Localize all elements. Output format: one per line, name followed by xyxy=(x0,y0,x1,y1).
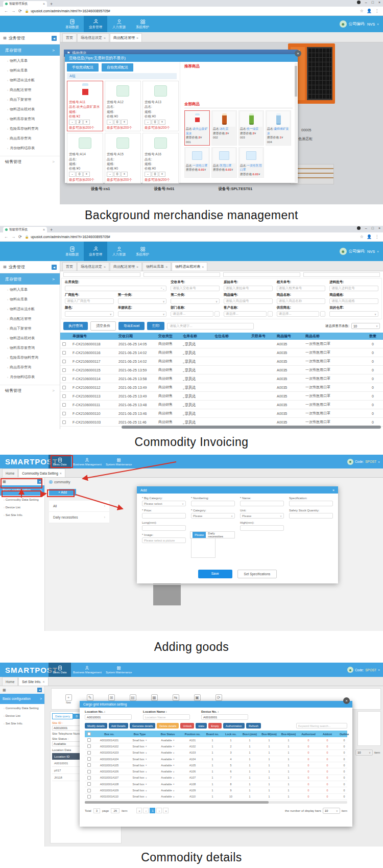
save-button[interactable]: Save xyxy=(198,570,232,578)
tab-close-icon[interactable]: × xyxy=(43,228,45,231)
page-button[interactable]: › xyxy=(156,808,162,813)
tab-close-icon[interactable]: × xyxy=(43,2,45,6)
tab-close-icon[interactable]: × xyxy=(165,265,167,269)
table-row[interactable]: F-CK2106000116 2021-06-25 14:02 商品销售 亚普达… xyxy=(60,348,383,357)
row-checkbox[interactable] xyxy=(87,782,91,786)
box-type-select[interactable]: Small box∨ xyxy=(126,737,154,743)
product-name-input[interactable]: 请输入商品名称 xyxy=(277,298,326,304)
chevron-down-icon[interactable]: ∨ xyxy=(378,668,380,671)
modal-horizontal-scrollbar[interactable] xyxy=(85,801,347,804)
bookmark-star-icon[interactable]: ☆ xyxy=(360,234,364,239)
product-code-input[interactable]: 请输入商品编号 xyxy=(224,298,273,304)
box-status-select[interactable]: Available∨ xyxy=(154,743,182,749)
qty-minus-button[interactable]: - xyxy=(69,120,76,125)
keyword-search-input[interactable]: 请输入关键字... xyxy=(167,323,254,330)
slot-card[interactable]: 货格号:A13 品名: 规格: 价格:¥0 -0+ 最多可添加200个 xyxy=(142,81,179,131)
product-spec-input[interactable]: 请输入商品规格 xyxy=(329,298,378,304)
box-status-select[interactable]: Available∨ xyxy=(154,787,182,793)
qty-plus-button[interactable]: + xyxy=(83,120,90,125)
browser-tab[interactable]: 智能管理系统 × xyxy=(3,1,47,7)
qty-plus-button[interactable]: + xyxy=(159,172,165,177)
grid-table-row[interactable]: A0010001A104 Small box∨ Available∨ A104 … xyxy=(85,756,347,762)
nav-item-business-management[interactable]: 业务管理 xyxy=(84,242,107,261)
row-checkbox[interactable] xyxy=(62,368,66,372)
tab-close-icon[interactable]: × xyxy=(43,680,45,684)
nav-item-system-maintenance[interactable]: System Maintenance xyxy=(104,455,134,468)
sidebar-item[interactable]: ›危险库存物料查询 xyxy=(0,124,60,133)
color-select[interactable]: ∨ xyxy=(65,311,114,317)
safety-stock-input[interactable] xyxy=(289,513,333,519)
tab-home[interactable]: 首页 xyxy=(62,33,77,42)
vendor-batch-input[interactable]: 请输入厂商批号 xyxy=(65,298,114,304)
sidebar-item[interactable]: ›物料出库单 xyxy=(0,294,60,304)
print-button[interactable]: 打印 xyxy=(147,322,164,330)
bookmark-star-icon[interactable]: ☆ xyxy=(360,9,364,13)
row-checkbox[interactable] xyxy=(87,795,91,799)
row-checkbox[interactable] xyxy=(62,386,66,389)
product-card[interactable]: 品名:医用口罩 推荐价格:0.01¥ xyxy=(211,147,237,178)
table-row[interactable]: F-CK2106000110 2021-06-25 13:46 商品销售 亚普达… xyxy=(60,409,383,418)
category-1-select[interactable]: ∨ xyxy=(118,298,167,304)
keyword-filter-input[interactable]: Keyword filtering search... xyxy=(296,723,347,729)
browser-tab[interactable]: 智能管理系统 × xyxy=(3,227,47,232)
page-button[interactable]: « xyxy=(136,808,142,813)
sidebar-item[interactable]: ›商品库存查询 xyxy=(0,362,60,372)
nav-item-business-management[interactable]: Business Management xyxy=(71,663,104,677)
qty-value[interactable]: 0 xyxy=(152,120,158,125)
window-minimize-icon[interactable]: – xyxy=(365,1,367,4)
row-checkbox[interactable] xyxy=(62,342,66,346)
sidebar-section-sales[interactable]: 销售管理> xyxy=(0,385,60,396)
row-checkbox[interactable] xyxy=(62,360,66,363)
sidebar-item[interactable]: ›物料进出流水帐 xyxy=(0,304,60,314)
row-checkbox[interactable] xyxy=(62,377,66,381)
doc-status-select[interactable]: ∨ xyxy=(118,311,167,317)
sidebar-section-inventory[interactable]: 库存管理> xyxy=(0,273,60,285)
row-checkbox[interactable] xyxy=(62,412,66,415)
tab-commodity-data-setting[interactable]: Commodity Data Setting× xyxy=(18,468,65,477)
slot-card[interactable]: 货格号:A16 品名: 规格: 价格:¥0 -0+ 最多可添加200个 xyxy=(142,133,179,183)
dropdown-option[interactable]: Please xyxy=(193,532,206,538)
sidebar-item[interactable]: ›月份物料结存表 xyxy=(0,143,60,153)
modal-scrollbar[interactable] xyxy=(295,63,297,182)
row-checkbox[interactable] xyxy=(62,420,66,424)
modal-action-button[interactable]: Authorization xyxy=(223,723,245,729)
user-avatar[interactable]: ☻ xyxy=(340,248,347,255)
sidebar-item[interactable]: ›Commodity Data Setting xyxy=(0,704,44,712)
tab-close-icon[interactable]: × xyxy=(104,265,106,269)
tab-close-icon[interactable]: × xyxy=(136,36,138,40)
nav-item-business-management[interactable]: 业务管理 xyxy=(84,16,107,32)
product-card[interactable]: 品名:一次性医用口罩 推荐价格:0.01¥ xyxy=(238,147,264,178)
sidebar-root-basic-configuration[interactable]: Basic configuration> xyxy=(0,485,44,496)
forward-icon[interactable]: → xyxy=(11,234,15,239)
tab-close-icon[interactable]: × xyxy=(60,472,62,475)
nav-item-system-maintenance[interactable]: 系统维护 xyxy=(131,16,154,32)
box-status-select[interactable]: Available∨ xyxy=(154,762,182,768)
tab-outbound-order[interactable]: 物料出库单× xyxy=(142,262,171,271)
location-name-input[interactable]: Location Name xyxy=(143,714,190,720)
nav-item-basic-data[interactable]: Basic Data xyxy=(49,663,71,677)
modal-action-button[interactable]: Delete details xyxy=(157,723,179,729)
box-type-select[interactable]: Small box∨ xyxy=(126,787,154,793)
user-avatar[interactable]: ☻ xyxy=(347,459,353,465)
specification-input[interactable] xyxy=(289,501,333,506)
slot-card-a11[interactable]: 货格号:A11 品名:农夫山泉矿泉水 规格: 价格:¥2 -2+ 最多可添加20… xyxy=(67,81,103,131)
collapse-icon[interactable]: ◀ xyxy=(37,479,42,484)
grid-table-row[interactable]: A0010001A110 Small box∨ Available∨ A110 … xyxy=(85,794,347,800)
category-item[interactable]: All› xyxy=(49,501,109,512)
related-no-input[interactable]: 请输入相关单号 xyxy=(277,286,326,291)
customer-picker[interactable]: 请选择... xyxy=(224,311,267,317)
clear-filters-button[interactable]: 清空条件 xyxy=(90,321,116,331)
user-avatar[interactable]: ☻ xyxy=(340,20,347,28)
page-button[interactable]: » xyxy=(163,808,169,813)
qty-minus-button[interactable]: - xyxy=(107,172,113,177)
data-query-tab[interactable]: Data query xyxy=(52,713,73,719)
modal-close-icon[interactable]: × xyxy=(332,488,334,492)
nav-item-basic-data[interactable]: 基础数据 xyxy=(60,242,84,261)
manual-delivery-button[interactable]: 手动完成配送 xyxy=(67,63,99,72)
box-status-select[interactable]: Available∨ xyxy=(154,750,182,756)
row-checkbox[interactable] xyxy=(87,744,91,748)
row-checkbox[interactable] xyxy=(62,403,66,407)
table-row[interactable]: F-CK2106000111 2021-06-25 13:48 商品销售 亚普达… xyxy=(60,401,383,409)
row-checkbox[interactable] xyxy=(87,770,91,773)
table-row[interactable]: F-CK2106000113 2021-06-25 13:49 商品销售 亚普达… xyxy=(60,392,383,401)
